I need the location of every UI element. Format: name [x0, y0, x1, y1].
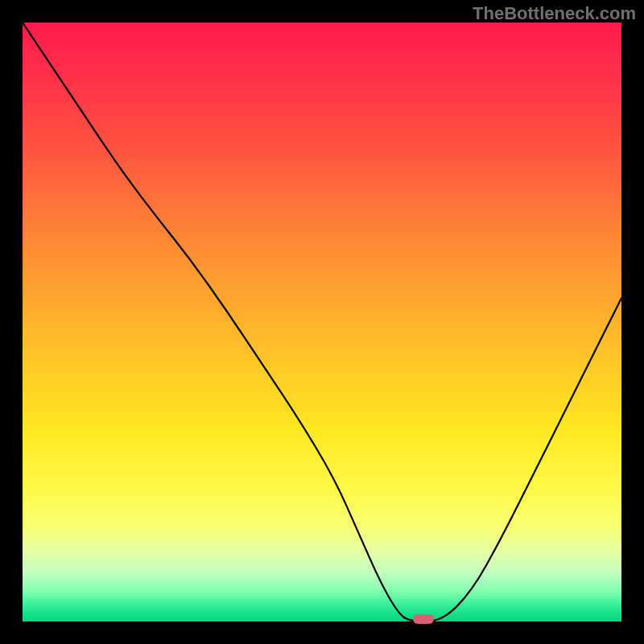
chart-plot-area — [23, 23, 621, 621]
watermark-text: TheBottleneck.com — [473, 3, 636, 24]
curve-svg — [23, 23, 621, 621]
bottleneck-curve-path — [23, 23, 621, 621]
optimal-indicator — [413, 614, 434, 624]
